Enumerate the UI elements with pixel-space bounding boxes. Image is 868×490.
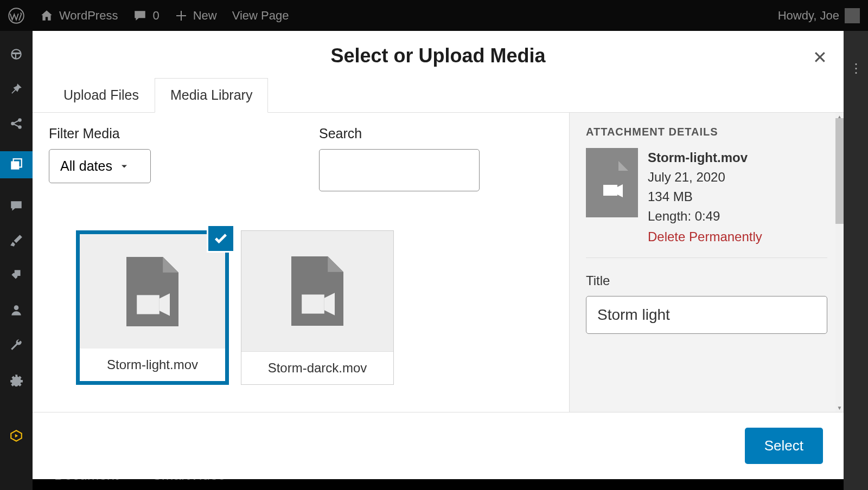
scroll-thumb[interactable] — [835, 118, 844, 224]
attachment-date: July 21, 2020 — [648, 167, 762, 187]
attachment-thumbnail — [586, 148, 638, 217]
avatar — [845, 8, 860, 23]
site-name: WordPress — [59, 9, 118, 23]
play-icon[interactable] — [9, 429, 23, 443]
editor-right-edge: ⋮ — [844, 31, 868, 490]
video-file-icon — [291, 256, 343, 326]
close-icon[interactable]: ✕ — [813, 47, 827, 68]
filter-media-label: Filter Media — [49, 126, 151, 141]
search-input[interactable] — [319, 149, 480, 191]
view-page-link[interactable]: View Page — [232, 9, 289, 23]
pin-icon[interactable] — [9, 82, 23, 96]
brush-icon[interactable] — [9, 234, 23, 248]
users-icon[interactable] — [9, 303, 23, 317]
media-item[interactable]: Storm-light.mov — [76, 230, 229, 385]
media-thumbnail — [241, 231, 393, 351]
media-filename: Storm-light.mov — [80, 349, 225, 381]
dashboard-icon[interactable] — [9, 47, 23, 61]
plugins-icon[interactable] — [9, 268, 23, 282]
tab-upload-files[interactable]: Upload Files — [48, 78, 155, 112]
svg-rect-9 — [137, 295, 159, 314]
modal-header: Select or Upload Media ✕ — [33, 31, 844, 78]
site-home-link[interactable]: WordPress — [40, 9, 118, 23]
attachment-size: 134 MB — [648, 187, 762, 207]
svg-rect-8 — [603, 185, 617, 196]
media-thumbnail — [80, 234, 225, 349]
plus-icon — [175, 9, 188, 22]
comments-menu-icon[interactable] — [9, 199, 23, 213]
select-button[interactable]: Select — [745, 428, 823, 464]
video-file-icon — [596, 161, 628, 204]
media-item[interactable]: Storm-darck.mov — [241, 230, 394, 385]
wp-logo[interactable] — [8, 8, 24, 24]
modal-footer: Select — [33, 412, 844, 479]
date-filter-value: All dates — [60, 158, 112, 174]
date-filter-select[interactable]: All dates — [49, 149, 151, 183]
svg-rect-4 — [11, 162, 19, 170]
admin-bar: WordPress 0 New View Page Howdy, Joe — [0, 0, 868, 31]
new-content-link[interactable]: New — [175, 9, 217, 23]
media-icon[interactable] — [0, 151, 33, 178]
title-field-label: Title — [586, 273, 827, 288]
delete-permanently-link[interactable]: Delete Permanently — [648, 227, 762, 247]
admin-sidebar — [0, 31, 33, 490]
howdy-text: Howdy, Joe — [778, 9, 839, 23]
scrollbar[interactable]: ▲ ▼ — [835, 113, 844, 412]
home-icon — [40, 9, 54, 23]
video-file-icon — [126, 257, 178, 326]
chevron-down-icon — [119, 161, 130, 172]
tab-media-library[interactable]: Media Library — [155, 78, 268, 113]
modal-tabs: Upload Files Media Library — [33, 78, 844, 113]
attachment-details-panel: ▲ ▼ ATTACHMENT DETAILS Storm-light.mov J… — [570, 113, 844, 412]
attachment-filename: Storm-light.mov — [648, 148, 762, 167]
check-icon[interactable] — [207, 224, 235, 253]
share-icon[interactable] — [9, 117, 23, 131]
title-input[interactable] — [586, 296, 827, 334]
settings-icon[interactable] — [9, 372, 23, 386]
media-modal: Select or Upload Media ✕ Upload Files Me… — [33, 31, 844, 457]
media-grid: Storm-light.mov Storm-darck.mov — [76, 230, 394, 385]
attachment-details-heading: ATTACHMENT DETAILS — [586, 126, 827, 138]
scroll-down-icon[interactable]: ▼ — [835, 404, 844, 412]
comments-count: 0 — [152, 9, 159, 23]
comment-icon — [133, 9, 147, 23]
more-options-icon[interactable]: ⋮ — [850, 61, 863, 76]
svg-point-6 — [14, 305, 19, 310]
search-label: Search — [319, 126, 480, 141]
howdy-user[interactable]: Howdy, Joe — [778, 8, 860, 23]
attachment-length: Length: 0:49 — [648, 207, 762, 226]
media-filename: Storm-darck.mov — [241, 351, 393, 384]
attachment-meta: Storm-light.mov July 21, 2020 134 MB Len… — [648, 148, 762, 247]
tools-icon[interactable] — [9, 338, 23, 352]
comments-link[interactable]: 0 — [133, 9, 159, 23]
divider — [586, 257, 827, 258]
new-label: New — [193, 9, 217, 23]
svg-rect-10 — [302, 294, 324, 313]
modal-title: Select or Upload Media — [33, 44, 844, 67]
